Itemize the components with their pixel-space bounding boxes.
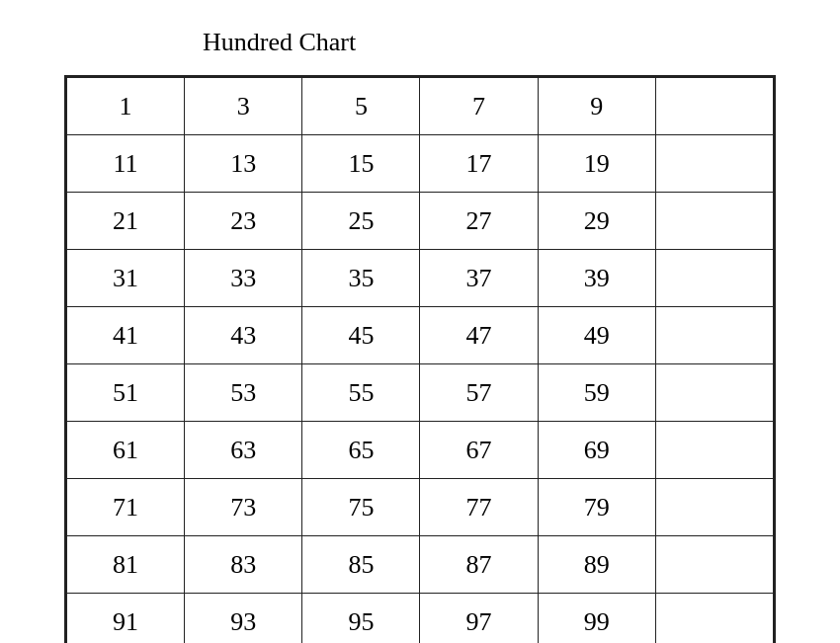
table-row: 1113151719 xyxy=(67,135,774,193)
table-cell: 9 xyxy=(538,78,655,135)
table-cell: 53 xyxy=(185,364,302,422)
table-cell: 83 xyxy=(185,536,302,594)
table-cell xyxy=(655,594,773,644)
table-row: 6163656769 xyxy=(67,422,774,479)
table-cell: 31 xyxy=(67,250,185,307)
table-row: 9193959799 xyxy=(67,594,774,644)
table-cell: 35 xyxy=(302,250,420,307)
hundred-chart-table: 1357911131517192123252729313335373941434… xyxy=(66,77,774,643)
table-cell xyxy=(655,479,773,536)
table-cell: 11 xyxy=(67,135,185,193)
table-cell: 33 xyxy=(185,250,302,307)
table-cell: 61 xyxy=(67,422,185,479)
table-cell: 87 xyxy=(420,536,538,594)
table-cell: 81 xyxy=(67,536,185,594)
table-cell: 15 xyxy=(302,135,420,193)
table-cell: 75 xyxy=(302,479,420,536)
table-cell: 37 xyxy=(420,250,538,307)
table-cell: 99 xyxy=(538,594,655,644)
table-cell: 59 xyxy=(538,364,655,422)
table-row: 7173757779 xyxy=(67,479,774,536)
table-cell: 73 xyxy=(185,479,302,536)
table-cell: 47 xyxy=(420,307,538,364)
table-cell: 55 xyxy=(302,364,420,422)
table-cell: 57 xyxy=(420,364,538,422)
table-cell: 97 xyxy=(420,594,538,644)
table-cell: 39 xyxy=(538,250,655,307)
table-cell xyxy=(655,307,773,364)
table-row: 2123252729 xyxy=(67,193,774,250)
table-row: 4143454749 xyxy=(67,307,774,364)
table-cell: 1 xyxy=(67,78,185,135)
table-cell xyxy=(655,135,773,193)
table-cell: 51 xyxy=(67,364,185,422)
table-cell: 89 xyxy=(538,536,655,594)
table-cell: 69 xyxy=(538,422,655,479)
table-row: 13579 xyxy=(67,78,774,135)
table-cell: 7 xyxy=(420,78,538,135)
table-cell: 49 xyxy=(538,307,655,364)
table-cell xyxy=(655,193,773,250)
table-cell: 43 xyxy=(185,307,302,364)
table-cell: 21 xyxy=(67,193,185,250)
table-cell: 65 xyxy=(302,422,420,479)
table-cell: 63 xyxy=(185,422,302,479)
table-cell: 17 xyxy=(420,135,538,193)
table-cell: 67 xyxy=(420,422,538,479)
table-cell: 29 xyxy=(538,193,655,250)
table-cell: 13 xyxy=(185,135,302,193)
table-cell xyxy=(655,364,773,422)
table-cell xyxy=(655,78,773,135)
table-cell: 45 xyxy=(302,307,420,364)
table-cell: 41 xyxy=(67,307,185,364)
table-cell: 19 xyxy=(538,135,655,193)
table-cell: 85 xyxy=(302,536,420,594)
table-cell: 77 xyxy=(420,479,538,536)
table-cell: 91 xyxy=(67,594,185,644)
table-row: 8183858789 xyxy=(67,536,774,594)
table-cell: 23 xyxy=(185,193,302,250)
table-cell: 95 xyxy=(302,594,420,644)
page-title: Hundred Chart xyxy=(203,28,356,57)
table-cell xyxy=(655,250,773,307)
table-cell: 25 xyxy=(302,193,420,250)
table-cell: 79 xyxy=(538,479,655,536)
table-cell: 93 xyxy=(185,594,302,644)
table-row: 3133353739 xyxy=(67,250,774,307)
table-cell xyxy=(655,422,773,479)
table-row: 5153555759 xyxy=(67,364,774,422)
table-cell: 5 xyxy=(302,78,420,135)
table-cell: 27 xyxy=(420,193,538,250)
hundred-chart-container: 1357911131517192123252729313335373941434… xyxy=(64,75,776,643)
table-cell: 71 xyxy=(67,479,185,536)
table-cell: 3 xyxy=(185,78,302,135)
table-cell xyxy=(655,536,773,594)
